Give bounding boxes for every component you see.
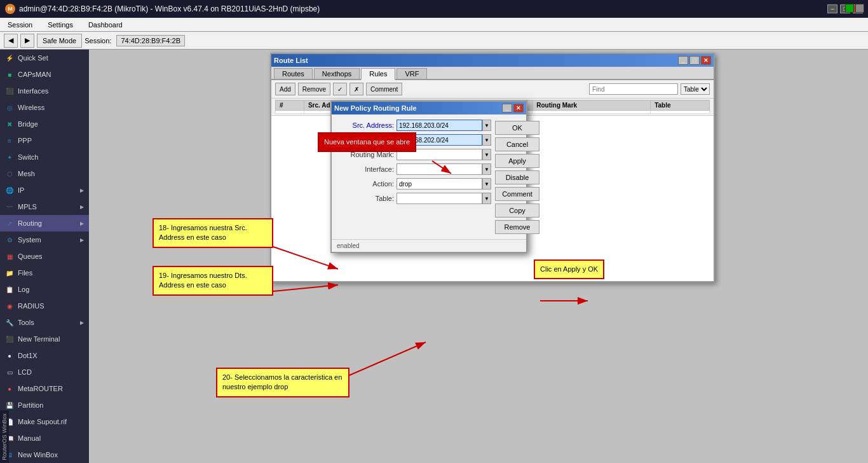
disable-button[interactable]: Disable: [495, 170, 539, 184]
action-dropdown[interactable]: ▼: [482, 178, 491, 190]
add-button[interactable]: Add: [275, 83, 295, 95]
sidebar-item-files[interactable]: 📁 Files: [0, 265, 89, 281]
sidebar-label-capsman: CAPsMAN: [18, 71, 51, 78]
sidebar-item-dot1x[interactable]: ● Dot1X: [0, 347, 89, 364]
route-list-maximize[interactable]: □: [689, 56, 700, 65]
route-list-toolbar: Add Remove ✓ ✗ Comment Table: [271, 80, 714, 99]
enable-button[interactable]: ✓: [333, 83, 347, 95]
cancel-button[interactable]: Cancel: [495, 137, 539, 151]
interface-label: Interface:: [337, 165, 394, 173]
sidebar-item-quick-set[interactable]: ⚡ Quick Set: [0, 50, 89, 66]
copy-button[interactable]: Copy: [495, 204, 539, 218]
ip-icon: 🌐: [5, 186, 14, 195]
sidebar-item-mesh[interactable]: ⬡ Mesh: [0, 165, 89, 182]
vertical-sidebar-label: RouterOS WinBox: [0, 411, 9, 463]
src-address-dropdown[interactable]: ▼: [482, 120, 491, 131]
table-select[interactable]: Table: [681, 83, 710, 95]
route-list-minimize[interactable]: _: [678, 56, 688, 65]
dst-address-dropdown[interactable]: ▼: [482, 134, 491, 146]
tab-nexthops[interactable]: Nexthops: [314, 68, 360, 79]
sidebar-item-routing[interactable]: ↗ Routing: [0, 215, 89, 232]
sidebar-item-ip[interactable]: 🌐 IP: [0, 182, 89, 198]
svg-line-3: [273, 285, 338, 291]
sidebar-item-mpls[interactable]: 〰 MPLS: [0, 198, 89, 215]
cell-mark: [532, 111, 651, 114]
forward-button[interactable]: ▶: [20, 34, 34, 48]
sidebar-item-log[interactable]: 📋 Log: [0, 281, 89, 298]
sidebar-item-manual[interactable]: 📖 Manual: [0, 430, 89, 446]
src-address-input[interactable]: [397, 120, 482, 131]
apply-button[interactable]: Apply: [495, 154, 539, 168]
sidebar-label-switch: Switch: [18, 153, 38, 161]
policy-dialog-controls: _ ✕: [502, 104, 524, 113]
sidebar-item-partition[interactable]: 💾 Partition: [0, 397, 89, 413]
tab-routes[interactable]: Routes: [274, 68, 313, 79]
sidebar-item-capsman[interactable]: ■ CAPsMAN: [0, 66, 89, 83]
comment-button[interactable]: Comment: [366, 83, 402, 95]
table-input[interactable]: [397, 193, 482, 204]
sidebar-item-new-winbox[interactable]: 🖥 New WinBox: [0, 446, 89, 463]
status-green: [845, 4, 854, 13]
interface-dropdown[interactable]: ▼: [482, 163, 491, 175]
tab-rules[interactable]: Rules: [361, 68, 395, 80]
back-button[interactable]: ◀: [4, 34, 18, 48]
sidebar-item-tools[interactable]: 🔧 Tools: [0, 314, 89, 331]
sidebar-label-log: Log: [18, 286, 29, 293]
partition-icon: 💾: [5, 401, 14, 410]
sidebar-label-mpls: MPLS: [18, 203, 37, 211]
content-area: Route List _ □ ✕ Routes Nexthops Rules V…: [89, 50, 868, 463]
sidebar-label-quick-set: Quick Set: [18, 54, 48, 62]
new-terminal-icon: ⬛: [5, 335, 14, 343]
safe-mode-button[interactable]: Safe Mode: [37, 34, 82, 48]
remove-button-dialog[interactable]: Remove: [495, 220, 539, 234]
comment-button-dialog[interactable]: Comment: [495, 187, 539, 201]
menu-settings[interactable]: Settings: [45, 20, 76, 30]
sidebar-item-bridge[interactable]: ✖ Bridge: [0, 116, 89, 132]
sidebar-label-interfaces: Interfaces: [18, 87, 48, 95]
sidebar-label-new-winbox: New WinBox: [18, 451, 58, 459]
sidebar-item-queues[interactable]: ▦ Queues: [0, 248, 89, 265]
mpls-icon: 〰: [5, 202, 14, 211]
bridge-icon: ✖: [5, 120, 14, 128]
sidebar-item-make-supout[interactable]: 📄 Make Supout.rif: [0, 413, 89, 430]
sidebar-item-metarouter[interactable]: ● MetaROUTER: [0, 380, 89, 397]
sidebar-label-make-supout: Make Supout.rif: [18, 418, 67, 425]
app-icon: M: [5, 4, 15, 14]
interface-input-group: ▼: [397, 163, 491, 175]
routing-mark-dropdown[interactable]: ▼: [482, 149, 491, 160]
tab-vrf[interactable]: VRF: [397, 68, 427, 79]
callout-apply-text: Clic en Apply y OK: [540, 265, 598, 273]
minimize-button[interactable]: –: [827, 4, 837, 13]
sidebar-item-new-terminal[interactable]: ⬛ New Terminal: [0, 331, 89, 347]
sidebar-item-ppp[interactable]: ≡ PPP: [0, 132, 89, 149]
sidebar-item-switch[interactable]: ✦ Switch: [0, 149, 89, 165]
cell-num: [276, 111, 304, 114]
sidebar-item-lcd[interactable]: ▭ LCD: [0, 364, 89, 380]
table-label: Table:: [337, 195, 394, 202]
disable-button[interactable]: ✗: [349, 83, 363, 95]
policy-dialog-minimize[interactable]: _: [502, 104, 512, 113]
policy-dialog-title: New Policy Routing Rule: [334, 104, 417, 112]
remove-button[interactable]: Remove: [298, 83, 330, 95]
status-gray: [855, 4, 864, 13]
interface-input[interactable]: [397, 163, 482, 175]
sidebar-item-wireless[interactable]: ◎ Wireless: [0, 99, 89, 116]
col-routing-mark: Routing Mark: [532, 100, 651, 111]
menu-session[interactable]: Session: [5, 20, 35, 30]
route-list-title-bar: Route List _ □ ✕: [271, 54, 714, 67]
policy-dialog-close[interactable]: ✕: [513, 104, 524, 113]
log-icon: 📋: [5, 285, 14, 294]
ok-button[interactable]: OK: [495, 121, 539, 135]
action-input[interactable]: [397, 178, 482, 190]
route-list-close[interactable]: ✕: [701, 56, 711, 65]
table-dropdown[interactable]: ▼: [482, 193, 491, 204]
search-input[interactable]: [589, 83, 678, 95]
action-label: Action:: [337, 180, 394, 188]
sidebar-item-interfaces[interactable]: ⬛ Interfaces: [0, 83, 89, 99]
menu-dashboard[interactable]: Dashboard: [86, 20, 125, 30]
sidebar-item-system[interactable]: ⚙ System: [0, 232, 89, 248]
main-toolbar: ◀ ▶ Safe Mode Session: 74:4D:28:B9:F4:2B: [0, 32, 868, 50]
capsman-icon: ■: [5, 70, 14, 79]
sidebar-item-radius[interactable]: ◉ RADIUS: [0, 298, 89, 314]
sidebar-label-manual: Manual: [18, 434, 41, 442]
